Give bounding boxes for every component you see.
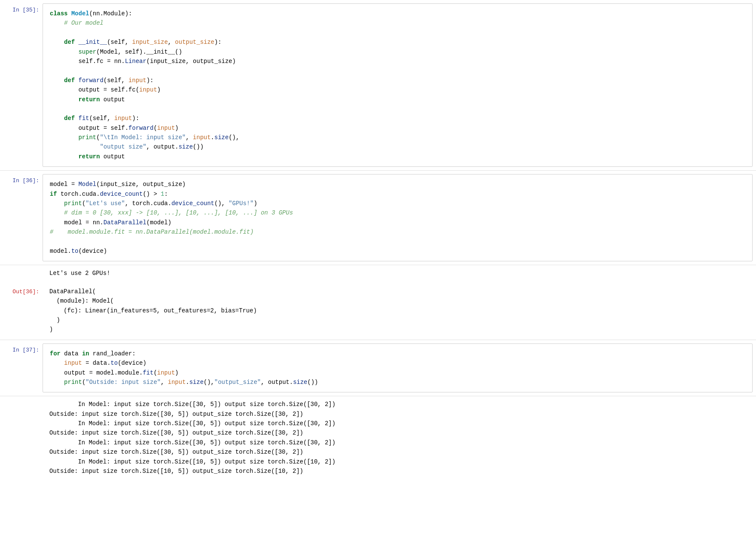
- notebook: In [35]:class Model(nn.Module): # Our mo…: [0, 0, 756, 555]
- cell-cell-36: In [36]:model = Model(input_size, output…: [0, 171, 756, 265]
- cell-cell-37: In [37]:for data in rand_loader: input =…: [0, 340, 756, 397]
- cell-label: In [36]:: [0, 171, 43, 265]
- cell-label: In [35]:: [0, 0, 43, 170]
- cell-content[interactable]: for data in rand_loader: input = data.to…: [43, 343, 753, 393]
- cell-label: In [37]:: [0, 340, 43, 396]
- stdout-multi-text: In Model: input size torch.Size([30, 5])…: [43, 396, 753, 479]
- stdout-multi-row: In Model: input size torch.Size([30, 5])…: [0, 396, 756, 479]
- output-content: DataParallel( (module): Model( (fc): Lin…: [43, 282, 753, 340]
- out-cell-36-out: Out[36]:DataParallel( (module): Model( (…: [0, 282, 756, 340]
- out-label: Out[36]:: [0, 282, 43, 340]
- cell-content[interactable]: class Model(nn.Module): # Our model def …: [43, 3, 753, 167]
- cell-content[interactable]: model = Model(input_size, output_size) i…: [43, 174, 753, 261]
- cell-cell-35: In [35]:class Model(nn.Module): # Our mo…: [0, 0, 756, 171]
- stdout-text: Let's use 2 GPUs!: [43, 265, 753, 281]
- stdout-row: Let's use 2 GPUs!: [0, 265, 756, 281]
